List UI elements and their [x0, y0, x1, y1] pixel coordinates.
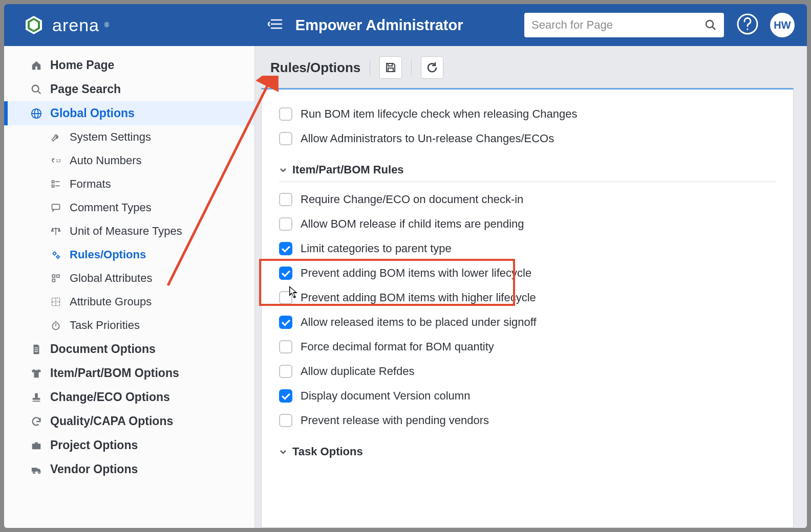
checkbox[interactable] [279, 217, 292, 231]
globe-icon [30, 108, 43, 119]
menu-toggle-icon[interactable] [268, 18, 283, 32]
sidebar-item-global-attributes[interactable]: Global Attributes [4, 267, 254, 290]
option-row: Prevent adding BOM items with higher lif… [279, 285, 776, 310]
svg-rect-41 [35, 442, 38, 444]
sidebar-item-label: Home Page [50, 58, 114, 72]
checkbox[interactable] [279, 414, 292, 427]
checkbox[interactable] [279, 132, 292, 145]
svg-rect-36 [34, 351, 38, 351]
checkbox[interactable] [279, 340, 292, 353]
sidebar-item-comment-types[interactable]: Comment Types [4, 196, 254, 219]
svg-rect-40 [32, 444, 41, 449]
sidebar-item-label: Formats [70, 178, 111, 191]
sidebar-item-home[interactable]: Home Page [4, 53, 254, 77]
comment-icon [49, 203, 62, 213]
option-label: Require Change/ECO on document check-in [301, 193, 523, 206]
sidebar-item-document-options[interactable]: Document Options [4, 337, 254, 361]
sidebar-item-project-options[interactable]: Project Options [4, 433, 254, 457]
sidebar-item-item-part-bom[interactable]: Item/Part/BOM Options [4, 361, 254, 385]
option-label: Prevent adding BOM items with lower life… [301, 267, 531, 280]
svg-point-44 [38, 471, 40, 473]
main-content: Rules/Options Run BOM item lifecycle che… [255, 46, 807, 528]
save-button[interactable] [379, 56, 402, 79]
sidebar-item-label: Attribute Groups [70, 295, 152, 308]
svg-point-10 [32, 85, 39, 92]
gears-icon [49, 250, 62, 260]
checkbox[interactable] [279, 365, 292, 378]
option-label: Allow released items to be placed under … [301, 316, 537, 329]
svg-rect-25 [52, 275, 55, 277]
sidebar-item-label: Global Options [50, 106, 135, 120]
refresh-button[interactable] [421, 56, 443, 79]
checkbox[interactable] [279, 193, 292, 206]
checkbox[interactable] [279, 242, 292, 255]
sidebar-item-system-settings[interactable]: System Settings [4, 125, 254, 149]
chevron-down-icon [279, 448, 287, 456]
sidebar-item-label: Comment Types [70, 201, 152, 214]
page-search[interactable] [524, 13, 724, 37]
sidebar-item-page-search[interactable]: Page Search [4, 77, 254, 101]
sidebar-item-task-priorities[interactable]: Task Priorities [4, 314, 254, 337]
svg-point-43 [33, 471, 35, 473]
sidebar-item-quality-capa[interactable]: Quality/CAPA Options [4, 409, 254, 433]
option-row: Allow duplicate Refdes [279, 359, 776, 384]
brand-name: arena [52, 15, 99, 35]
svg-rect-42 [32, 468, 37, 471]
svg-line-11 [38, 91, 41, 94]
content-title: Rules/Options [270, 60, 360, 76]
svg-rect-35 [34, 349, 38, 350]
checkbox[interactable] [279, 389, 292, 403]
sidebar-item-label: System Settings [70, 130, 151, 144]
sidebar-item-label: Document Options [50, 342, 156, 356]
arena-logo-icon [24, 15, 44, 35]
search-input[interactable] [531, 18, 705, 32]
sidebar-item-attribute-groups[interactable]: Attribute Groups [4, 290, 254, 314]
svg-rect-26 [57, 275, 59, 277]
section-header-item-bom-rules[interactable]: Item/Part/BOM Rules [279, 151, 776, 182]
separator [411, 60, 412, 75]
option-label: Allow Administrators to Un-release Chang… [301, 132, 554, 145]
document-icon [30, 344, 43, 355]
svg-point-9 [746, 28, 748, 30]
option-label: Prevent release with pending vendors [301, 414, 489, 427]
checkbox[interactable] [279, 107, 292, 121]
sidebar-item-formats[interactable]: Formats [4, 172, 254, 196]
option-label: Run BOM item lifecycle check when releas… [301, 107, 577, 121]
svg-rect-16 [52, 181, 54, 183]
checkbox[interactable] [279, 267, 292, 280]
search-icon [30, 84, 43, 95]
option-row: Prevent adding BOM items with lower life… [279, 261, 776, 285]
option-label: Prevent adding BOM items with higher lif… [301, 291, 536, 304]
help-button[interactable] [736, 13, 759, 37]
option-row: Allow released items to be placed under … [279, 310, 776, 335]
briefcase-icon [30, 440, 43, 451]
checkbox[interactable] [279, 291, 292, 304]
option-row: Display document Version column [279, 384, 776, 408]
sidebar-item-label: Rules/Options [70, 248, 146, 261]
truck-icon [30, 464, 43, 475]
stamp-icon [30, 392, 43, 403]
sidebar-item-uom-types[interactable]: Unit of Measure Types [4, 219, 254, 243]
option-label: Allow BOM release if child items are pen… [301, 217, 524, 231]
sidebar-item-auto-numbers[interactable]: 12 Auto Numbers [4, 149, 254, 172]
sidebar-item-global-options[interactable]: Global Options [4, 101, 254, 125]
grid-icon [49, 297, 62, 307]
option-row: Force decimal format for BOM quantity [279, 335, 776, 359]
svg-rect-38 [33, 397, 40, 400]
sidebar-item-rules-options[interactable]: Rules/Options [4, 243, 254, 267]
search-icon[interactable] [705, 19, 717, 31]
sidebar-item-label: Unit of Measure Types [70, 225, 182, 238]
svg-line-7 [712, 27, 715, 30]
avatar[interactable]: HW [770, 13, 795, 37]
section-header-task-options[interactable]: Task Options [279, 433, 776, 463]
sidebar-item-vendor-options[interactable]: Vendor Options [4, 457, 254, 481]
option-label: Allow duplicate Refdes [301, 365, 415, 378]
brand-logo[interactable]: arena ® [24, 15, 109, 35]
sidebar-item-change-eco[interactable]: Change/ECO Options [4, 385, 254, 409]
option-row: Limit categories to parent type [279, 236, 776, 261]
sidebar-item-label: Auto Numbers [70, 154, 142, 167]
sidebar: Home Page Page Search Global Options Sys… [4, 46, 255, 528]
auto-number-icon: 12 [49, 156, 62, 166]
checkbox[interactable] [279, 316, 292, 329]
sidebar-item-label: Project Options [50, 438, 138, 452]
